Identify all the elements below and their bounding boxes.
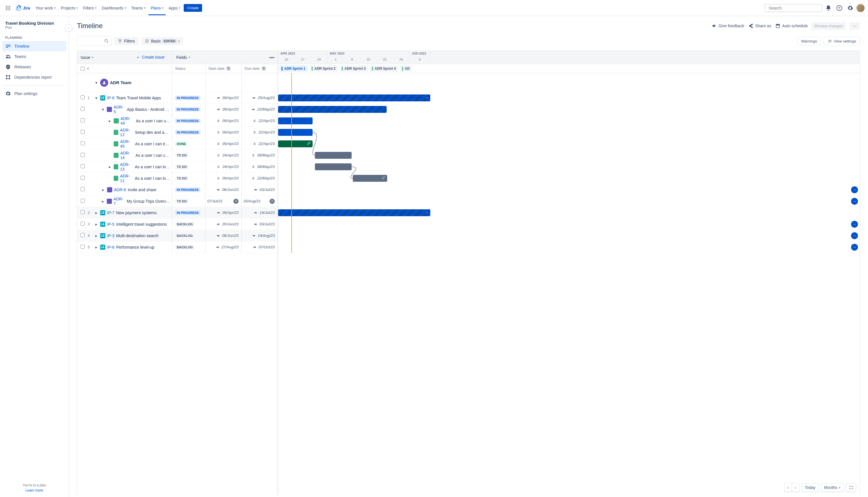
expand-team-icon[interactable]: ▾ [94,81,99,85]
issue-key-link[interactable]: ADR-45 [120,139,133,148]
status-badge[interactable]: BACKLOG [175,233,194,238]
row-checkbox[interactable] [81,141,85,145]
issue-key-link[interactable]: ADR-6 [114,187,126,192]
more-actions-button[interactable]: ⋯ [850,22,860,30]
jira-logo[interactable]: Jira [14,5,32,11]
status-badge[interactable]: TO DO [175,153,189,158]
search-box[interactable] [765,4,822,12]
gantt-bar[interactable]: → [278,95,430,101]
fullscreen-button[interactable] [846,483,856,492]
filters-button[interactable]: Filters [114,37,138,45]
create-issue-button[interactable]: ＋ Create issue [136,55,169,60]
view-settings-button[interactable]: View settings [824,37,860,45]
status-badge[interactable]: DONE [175,142,188,146]
status-badge[interactable]: IN PROGRESS [175,107,200,112]
basic-filter-button[interactable]: Basic EDITED ▾ [141,37,183,45]
due-date[interactable]: 08/May/23 [257,165,275,169]
row-checkbox[interactable] [81,210,85,214]
start-date[interactable]: 09/Apr/23 [222,142,238,146]
start-date[interactable]: 24/Apr/23 [222,165,238,169]
user-avatar[interactable] [856,4,865,12]
status-badge[interactable]: IN PROGRESS [175,187,200,192]
due-date[interactable]: 03/Jul/23 [260,222,275,226]
row-checkbox[interactable] [81,233,85,237]
row-checkbox[interactable] [81,164,85,168]
expand-icon[interactable]: ▸ [101,187,105,192]
nav-item-filters[interactable]: Filters▾ [81,1,99,15]
issue-key-link[interactable]: IP-3 [107,233,115,238]
start-date[interactable]: 09/Apr/23 [222,130,238,134]
expand-icon[interactable]: ▸ [107,165,112,169]
issue-key-link[interactable]: IP-5 [107,222,115,227]
nav-item-plans[interactable]: Plans▾ [148,1,165,15]
gantt-bar[interactable] [278,106,387,113]
sidebar-item-dependencies-report[interactable]: Dependencies report [2,72,66,82]
row-checkbox[interactable] [81,153,85,157]
start-date[interactable]: 06/Jun/23 [222,187,238,192]
gantt-bar[interactable]: → [278,209,430,216]
expand-icon[interactable]: ▸ [94,245,99,250]
select-all-checkbox[interactable] [81,67,85,71]
scroll-to-bar-button[interactable]: → [851,232,858,239]
row-checkbox[interactable] [81,118,85,122]
sprint-chip[interactable]: ADR Sprint 3 [339,66,368,72]
status-badge[interactable]: TO DO [175,176,189,181]
row-checkbox[interactable] [81,130,85,134]
status-badge[interactable]: IN PROGRESS [175,118,200,123]
issue-key-link[interactable]: IP-8 [107,96,115,100]
gantt-bar[interactable] [278,117,313,124]
sidebar-item-timeline[interactable]: Timeline [2,41,66,52]
sprint-chip[interactable]: AD [400,66,412,72]
collapse-sidebar-icon[interactable]: ‹ [65,24,72,32]
row-checkbox[interactable] [81,222,85,226]
status-badge[interactable]: BACKLOG [175,245,194,250]
due-date[interactable]: 14/Aug/23 [258,233,275,238]
scale-dropdown[interactable]: Months▾ [821,483,843,492]
start-date[interactable]: 07/Jul/23 [205,199,232,203]
row-checkbox[interactable] [81,187,85,191]
start-date[interactable]: 09/Apr/23 [222,107,238,111]
sprint-chip[interactable]: ADR Sprint 2 [309,66,338,72]
today-button[interactable]: Today [802,483,819,492]
sprint-chip[interactable]: ADR Sprint 1 [279,66,308,72]
notifications-icon[interactable] [824,3,833,13]
sidebar-item-releases[interactable]: Releases [2,62,66,72]
due-date[interactable]: 22/May/23 [257,176,275,180]
due-date[interactable]: 14/Jul/23 [260,211,275,215]
row-checkbox[interactable] [81,176,85,180]
due-date[interactable]: 22/Apr/23 [259,130,275,134]
issue-column-header[interactable]: Issue [81,55,90,60]
expand-icon[interactable]: ▾ [94,96,99,100]
filter-search-input[interactable] [77,36,111,46]
prev-period-button[interactable]: ‹ [784,483,792,492]
issue-key-link[interactable]: ADR-13 [120,162,133,171]
due-date[interactable]: 22/Apr/23 [259,142,275,146]
expand-icon[interactable]: ▸ [101,199,105,203]
due-date[interactable]: 25/Aug/23 [242,199,268,203]
status-badge[interactable]: TO DO [175,199,189,203]
expand-icon[interactable]: ▸ [94,211,99,215]
give-feedback-button[interactable]: Give feedback [712,23,744,28]
scroll-to-bar-button[interactable]: → [851,198,858,205]
due-date[interactable]: 07/Oct/23 [259,245,275,249]
nav-item-teams[interactable]: Teams▾ [129,1,148,15]
issue-key-link[interactable]: ADR-11 [120,174,133,183]
due-date[interactable]: 25/Aug/23 [258,96,275,100]
warnings-button[interactable]: Warnings [797,37,821,45]
issue-key-link[interactable]: ADR-14 [120,151,134,160]
start-date[interactable]: 09/Apr/23 [222,96,238,100]
collapse-columns-icon[interactable]: ⇥⇤ [269,55,275,60]
row-checkbox[interactable] [81,95,85,99]
search-input[interactable] [769,6,819,10]
gantt-bar[interactable] [315,164,352,170]
create-button[interactable]: Create [184,4,202,12]
nav-item-dashboards[interactable]: Dashboards▾ [99,1,128,15]
scroll-to-bar-button[interactable]: → [851,186,858,193]
gantt-bar[interactable]: 🔗 [353,175,387,182]
start-date[interactable]: 24/Apr/23 [222,153,238,157]
issue-key-link[interactable]: IP-7 [107,211,115,215]
nav-item-apps[interactable]: Apps▾ [166,1,183,15]
status-badge[interactable]: IN PROGRESS [175,130,200,134]
start-date[interactable]: 20/Jun/23 [222,222,238,226]
nav-item-your-work[interactable]: Your work▾ [33,1,58,15]
